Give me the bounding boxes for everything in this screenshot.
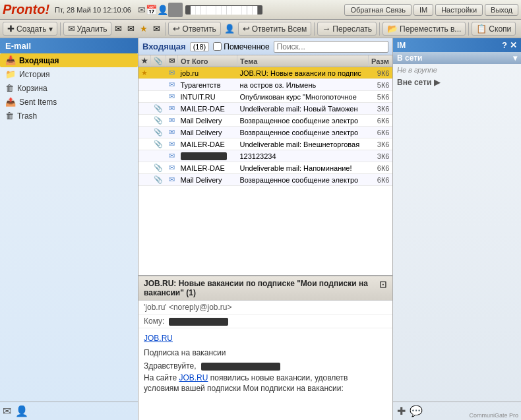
im-button[interactable]: IM [414, 4, 433, 16]
flagged-filter[interactable]: Помеченное [213, 42, 269, 51]
status-cell: ✉ [166, 91, 178, 103]
sender-cell: Mail Delivery [178, 127, 237, 138]
col-size[interactable]: Разм [369, 55, 392, 67]
im-no-group: Не в группе [393, 64, 521, 76]
table-row[interactable]: ✉1231232343К6 [138, 150, 392, 162]
copy-button[interactable]: 📋 Скопи [472, 22, 516, 36]
feedback-button[interactable]: Обратная Связь [344, 4, 412, 16]
sidebar: E-mail 📥 Входящая 📁 История 🗑 Корзина 📤 … [0, 38, 138, 420]
mail-icon-2[interactable]: ✉ [125, 22, 137, 35]
sidebar-item-inbox[interactable]: 📥 Входящая [0, 53, 138, 67]
job-ru-link-2[interactable]: JOB.RU [179, 373, 208, 382]
sent-icon: 📤 [5, 97, 16, 107]
table-row[interactable]: ✉Турагентствна остров оз. Ильмень5К6 [138, 79, 392, 91]
size-cell: 3К6 [369, 150, 392, 162]
star-cell[interactable] [138, 103, 151, 115]
logout-button[interactable]: Выход [485, 4, 518, 16]
table-row[interactable]: ★✉job.ruJOB.RU: Новые вакансии по подпис… [138, 67, 392, 79]
forward-label: Переслать [332, 24, 372, 34]
table-row[interactable]: 📎✉MAILER-DAEUndeliverable mail: Новый Та… [138, 103, 392, 115]
email-table: ★ 📎 ✉ От Кого Тема Разм ★✉job.ruJOB.RU: … [138, 55, 392, 186]
subject-cell: Возвращенное сообщение электро [237, 115, 369, 127]
sidebar-sent-label: Sent Items [19, 98, 57, 107]
forward-button[interactable]: → Переслать [317, 22, 377, 36]
contacts-toolbar-icon[interactable]: 👤 [222, 22, 237, 35]
table-row[interactable]: ✉INTUIT.RUОпубликован курс "Многопоточно… [138, 91, 392, 103]
app-logo: Pronto! [3, 2, 49, 17]
subject-cell: Undeliverable mail: Новый Таможен [237, 103, 369, 115]
delete-label: Удалить [77, 24, 107, 34]
preview-copy-icon[interactable]: ⊡ [379, 279, 387, 297]
table-row[interactable]: 📎✉MAILER-DAEUndeliverable mail: Внешнето… [138, 138, 392, 150]
star-cell[interactable]: ★ [138, 67, 151, 79]
im-close-icon[interactable]: ✕ [510, 40, 517, 50]
center-panel: Входящая (18) Помеченное ★ 📎 ✉ От Кого Т… [138, 38, 392, 420]
move-icon: 📂 [387, 24, 398, 34]
im-online-label: В сети [397, 53, 422, 63]
reply-all-icon: ↩ [243, 24, 250, 34]
sender-cell: MAILER-DAE [178, 162, 237, 174]
table-row[interactable]: 📎✉Mail DeliveryВозвращенное сообщение эл… [138, 115, 392, 127]
table-row[interactable]: 📎✉MAILER-DAEUndeliverable mail: Напомина… [138, 162, 392, 174]
im-chat-icon[interactable]: 💬 [410, 405, 423, 417]
top-date: Пт, 28 Май 10 12:10:06 [55, 6, 131, 14]
star-cell[interactable] [138, 79, 151, 91]
im-offline-arrow: ▶ [434, 78, 440, 87]
star-cell[interactable] [138, 138, 151, 150]
col-star: ★ [138, 55, 151, 67]
contacts-bottom-icon[interactable]: 👤 [15, 405, 28, 417]
create-button[interactable]: ✚ Создать ▾ [3, 22, 57, 36]
im-online-section[interactable]: В сети ▾ [393, 52, 521, 64]
subject-cell: JOB.RU: Новые вакансии по подпис [237, 67, 369, 79]
main-layout: E-mail 📥 Входящая 📁 История 🗑 Корзина 📤 … [0, 38, 521, 420]
mail-icon-1[interactable]: ✉ [113, 22, 124, 35]
star-cell[interactable] [138, 150, 151, 162]
im-add-icon[interactable]: ✚ [397, 405, 406, 417]
subject-cell: Undeliverable mail: Внешнеторговая [237, 138, 369, 150]
table-row[interactable]: 📎✉Mail DeliveryВозвращенное сообщение эл… [138, 174, 392, 186]
preview-line-1: Подписка на вакансии [144, 348, 387, 357]
contacts-icon[interactable]: 👤 [157, 5, 168, 15]
settings-button[interactable]: Настройки [435, 4, 483, 16]
search-input[interactable] [274, 41, 388, 53]
col-sender[interactable]: От Кого [178, 55, 237, 67]
preview-to: Кому: [138, 315, 392, 328]
im-help-icon[interactable]: ? [502, 40, 507, 50]
im-title: IM [397, 41, 406, 50]
compose-icon[interactable]: ✉ [3, 405, 11, 417]
im-header: IM ? ✕ [393, 38, 521, 52]
col-subject[interactable]: Тема [237, 55, 369, 67]
size-cell: 6К6 [369, 115, 392, 127]
flagged-checkbox[interactable] [213, 42, 222, 51]
delete-button[interactable]: ✉ Удалить [63, 22, 112, 36]
im-offline-section[interactable]: Вне сети ▶ [393, 76, 521, 89]
sender-cell: Mail Delivery [178, 174, 237, 186]
sidebar-item-sent[interactable]: 📤 Sent Items [0, 95, 138, 109]
folder-title: Входящая [142, 42, 186, 51]
job-ru-link[interactable]: JOB.RU [144, 334, 173, 343]
im-online-dropdown[interactable]: ▾ [513, 53, 517, 63]
sidebar-item-history[interactable]: 📁 История [0, 67, 138, 81]
move-button[interactable]: 📂 Переместить в... [383, 22, 466, 36]
preview-header: JOB.RU: Новые вакансии по подписке "Мои … [138, 276, 392, 301]
avatar [168, 3, 183, 17]
reply-all-label: Ответить Всем [252, 24, 307, 34]
star-cell[interactable] [138, 115, 151, 127]
mail-icon-3[interactable]: ✉ [151, 22, 162, 35]
table-row[interactable]: 📎✉Mail DeliveryВозвращенное сообщение эл… [138, 127, 392, 138]
star-toolbar-icon[interactable]: ★ [138, 22, 150, 35]
sidebar-item-trash[interactable]: 🗑 Trash [0, 109, 138, 123]
calendar-icon[interactable]: 📅 [146, 5, 157, 15]
star-cell[interactable] [138, 174, 151, 186]
reply-button[interactable]: ↩ Ответить [168, 22, 220, 36]
star-cell[interactable] [138, 91, 151, 103]
subject-cell: на остров оз. Ильмень [237, 79, 369, 91]
star-cell[interactable] [138, 162, 151, 174]
email-table-wrap[interactable]: ★ 📎 ✉ От Кого Тема Разм ★✉job.ruJOB.RU: … [138, 55, 392, 275]
reply-all-button[interactable]: ↩ Ответить Всем [238, 22, 312, 36]
trash-icon: 🗑 [5, 111, 14, 121]
sidebar-item-basket[interactable]: 🗑 Корзина [0, 81, 138, 95]
star-cell[interactable] [138, 127, 151, 138]
subject-cell: Возвращенное сообщение электро [237, 174, 369, 186]
envelope-icon[interactable]: ✉ [138, 5, 146, 15]
